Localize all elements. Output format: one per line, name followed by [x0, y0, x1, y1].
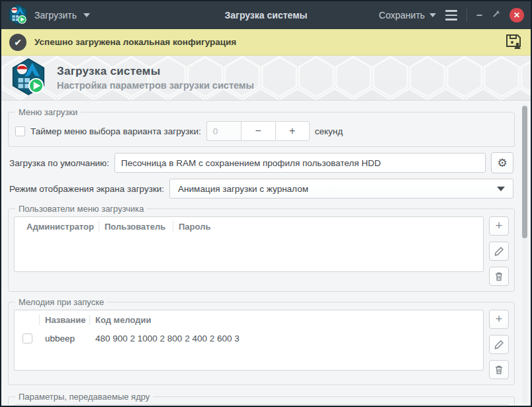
group-boot-menu-legend: Меню загрузки: [15, 107, 81, 117]
group-users-legend: Пользователи меню загрузчика: [15, 204, 147, 214]
trash-icon: [494, 365, 504, 375]
scrollbar-thumb[interactable]: [522, 106, 527, 238]
users-col-admin: Администратор: [21, 217, 99, 236]
melody-delete-button[interactable]: [489, 360, 509, 379]
notification-message: Успешно загружена локальная конфигурация: [34, 37, 496, 47]
save-dropdown-arrow-icon: [429, 13, 436, 17]
melody-add-button[interactable]: +: [489, 310, 509, 329]
display-mode-select[interactable]: Анимация загрузки с журналом: [169, 179, 513, 199]
melody-col-code: Код мелодии: [90, 310, 483, 329]
pencil-icon: [494, 340, 504, 349]
display-mode-value: Анимация загрузки с журналом: [178, 184, 308, 194]
page-subtitle: Настройка параметров загрузки системы: [57, 80, 254, 91]
load-menu-label: Загрузить: [34, 10, 77, 21]
load-dropdown-arrow-icon: [83, 13, 90, 17]
users-add-button[interactable]: +: [489, 216, 509, 236]
save-menu-button[interactable]: Сохранить: [379, 10, 437, 21]
timer-unit-label: секунд: [315, 126, 343, 136]
plus-icon: +: [496, 219, 503, 233]
plus-icon: +: [496, 312, 503, 326]
module-logo-icon: [11, 58, 46, 99]
kernel-params-table[interactable]: Опция Описание noplymouth Отключить Plym…: [14, 404, 509, 406]
kernel-col-option: Опция: [40, 405, 165, 406]
app-window: Загрузка системы Загрузить: [0, 0, 532, 407]
melody-row[interactable]: ubbeep 480 900 2 1000 2 800 2 400 2 600 …: [15, 329, 483, 347]
notification-bar: ✔ Успешно загружена локальная конфигурац…: [1, 29, 531, 56]
display-mode-label: Режим отображения экрана загрузки:: [9, 184, 164, 194]
gear-icon[interactable]: ⚙: [491, 152, 513, 173]
titlebar-separator: [466, 9, 467, 22]
module-header: Загрузка системы Настройка параметров за…: [1, 56, 531, 101]
melody-row-code: 480 900 2 1000 2 800 2 400 2 600 3: [90, 329, 483, 347]
timer-decrement-button[interactable]: −: [241, 121, 275, 141]
melody-col-name: Название: [40, 310, 90, 329]
titlebar: Загрузка системы Загрузить: [1, 1, 531, 29]
timer-spinbox: 0 − +: [206, 121, 310, 141]
group-kernel-legend: Параметры, передаваемые ядру: [15, 392, 153, 402]
content-area: Меню загрузки Таймер меню выбора вариант…: [1, 101, 531, 406]
melody-edit-button[interactable]: [489, 335, 509, 354]
load-menu-button[interactable]: Загрузить: [8, 4, 90, 27]
minimize-button[interactable]: –: [476, 12, 482, 19]
users-col-user: Пользователь: [99, 217, 173, 236]
select-dropdown-arrow-icon: [497, 187, 505, 191]
users-col-password: Пароль: [173, 217, 483, 236]
save-menu-label: Сохранить: [379, 10, 425, 21]
melody-table[interactable]: Название Код мелодии ubbeep 480 900 2 10…: [14, 310, 484, 371]
timer-checkbox[interactable]: [15, 126, 25, 136]
melody-table-header: Название Код мелодии: [15, 310, 483, 329]
users-delete-button[interactable]: [489, 267, 509, 286]
display-mode-row: Режим отображения экрана загрузки: Анима…: [9, 179, 513, 199]
pencil-icon: [494, 247, 504, 256]
group-startup-melody: Мелодия при запуске Название Код мелодии…: [8, 297, 515, 385]
kernel-col-description: Описание: [165, 405, 508, 406]
save-local-config-icon[interactable]: [504, 32, 523, 53]
timer-increment-button[interactable]: +: [275, 121, 310, 141]
group-melody-legend: Мелодия при запуске: [15, 297, 107, 307]
success-check-icon: ✔: [9, 34, 26, 51]
users-edit-button[interactable]: [489, 242, 509, 261]
default-boot-row: Загрузка по умолчанию: ⚙: [9, 152, 513, 173]
close-button[interactable]: ✕: [510, 8, 524, 23]
app-logo-icon: [8, 4, 28, 27]
users-table-header: Администратор Пользователь Пароль: [15, 217, 483, 236]
users-table[interactable]: Администратор Пользователь Пароль: [14, 216, 484, 272]
group-kernel-params: Параметры, передаваемые ядру Опция Описа…: [8, 392, 515, 406]
melody-row-checkbox[interactable]: [22, 334, 32, 343]
default-boot-input[interactable]: [114, 153, 486, 173]
timer-value[interactable]: 0: [206, 121, 241, 141]
hamburger-menu-icon[interactable]: [445, 10, 457, 21]
trash-icon: [494, 271, 504, 281]
kernel-table-header: Опция Описание: [15, 405, 508, 406]
default-boot-label: Загрузка по умолчанию:: [9, 158, 109, 168]
group-bootloader-users: Пользователи меню загрузчика Администрат…: [8, 204, 515, 292]
melody-row-name: ubbeep: [40, 329, 90, 347]
group-boot-menu: Меню загрузки Таймер меню выбора вариант…: [8, 107, 515, 147]
page-title: Загрузка системы: [57, 65, 254, 78]
timer-label: Таймер меню выбора варианта загрузки:: [30, 126, 201, 136]
restore-button[interactable]: [492, 9, 500, 21]
